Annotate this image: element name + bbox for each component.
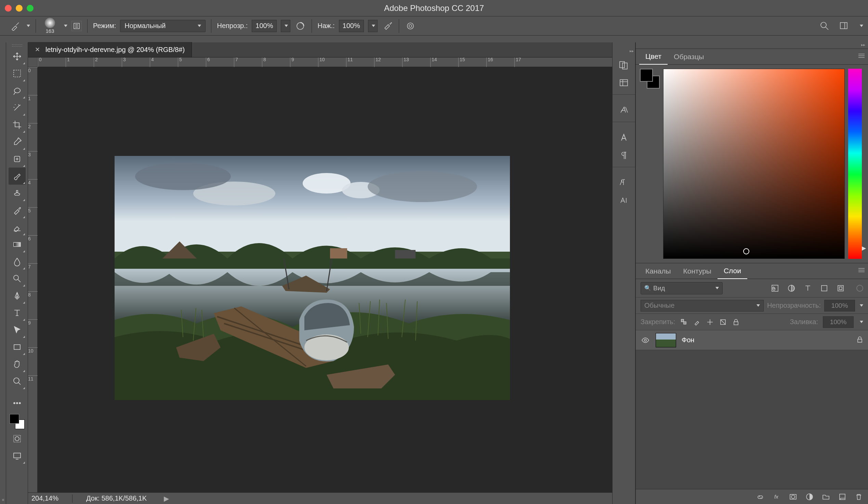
filter-pixel-icon[interactable]: [770, 283, 780, 293]
layer-blend-mode-select[interactable]: Обычные: [641, 300, 764, 312]
history-brush-tool[interactable]: [9, 202, 25, 219]
type-tool[interactable]: [9, 304, 25, 322]
visibility-toggle-icon[interactable]: [641, 336, 650, 344]
horizontal-ruler[interactable]: 01234567891011121314151617: [38, 57, 612, 67]
healing-brush-tool[interactable]: [9, 150, 25, 168]
foreground-color-swatch[interactable]: [10, 414, 19, 424]
chevron-down-icon[interactable]: [64, 25, 68, 27]
pressure-size-icon[interactable]: [405, 20, 416, 32]
zoom-level[interactable]: 204,14%: [31, 494, 59, 502]
maximize-window-button[interactable]: [27, 5, 33, 12]
new-layer-icon[interactable]: [838, 492, 847, 501]
layer-name[interactable]: Фон: [682, 336, 694, 344]
filter-shape-icon[interactable]: [819, 283, 829, 293]
move-tool[interactable]: [9, 48, 25, 65]
layer-list[interactable]: Фон: [636, 330, 868, 489]
filter-toggle[interactable]: [856, 285, 863, 292]
clone-stamp-tool[interactable]: [9, 185, 25, 202]
paragraph-panel-icon[interactable]: [616, 147, 632, 164]
lock-pixels-icon[interactable]: [693, 318, 701, 326]
layer-kind-filter[interactable]: 🔍 Вид: [641, 282, 723, 294]
canvas[interactable]: [38, 67, 612, 492]
chevron-down-icon[interactable]: [860, 25, 863, 27]
close-window-button[interactable]: [5, 5, 12, 12]
tab-color[interactable]: Цвет: [639, 49, 668, 65]
pressure-opacity-icon[interactable]: [294, 20, 306, 32]
panel-grip[interactable]: [12, 44, 22, 46]
workspace-switcher[interactable]: [839, 20, 850, 32]
lasso-tool[interactable]: [9, 82, 25, 99]
document-tab[interactable]: ✕ letniy-otdyih-v-derevne.jpg @ 204% (RG…: [28, 42, 192, 57]
collapse-panels-icon[interactable]: ▸▸: [861, 42, 865, 49]
color-swatches[interactable]: [9, 413, 25, 430]
flow-input[interactable]: 100%: [339, 20, 364, 32]
libraries-panel-icon[interactable]: [616, 75, 632, 91]
brush-tool[interactable]: [9, 168, 25, 185]
eraser-tool[interactable]: [9, 219, 25, 236]
flow-dropdown[interactable]: [368, 20, 378, 32]
close-tab-icon[interactable]: ✕: [35, 46, 40, 53]
tab-paths[interactable]: Контуры: [677, 263, 717, 279]
lock-all-icon[interactable]: [732, 318, 740, 326]
dodge-tool[interactable]: [9, 270, 25, 287]
tab-channels[interactable]: Каналы: [639, 263, 677, 279]
layer-item[interactable]: Фон: [636, 330, 868, 350]
delete-layer-icon[interactable]: [854, 492, 863, 501]
hue-slider[interactable]: ▶: [848, 69, 862, 259]
layer-style-icon[interactable]: fx: [772, 492, 781, 501]
airbrush-icon[interactable]: [382, 20, 393, 32]
vertical-ruler[interactable]: 01234567891011: [28, 67, 38, 492]
opacity-input[interactable]: 100%: [252, 20, 277, 32]
opacity-dropdown[interactable]: [281, 20, 290, 32]
color-field[interactable]: [663, 69, 845, 259]
pen-tool[interactable]: [9, 287, 25, 304]
zoom-tool[interactable]: [9, 373, 25, 390]
lock-icon[interactable]: [856, 336, 863, 344]
filter-smartobject-icon[interactable]: [836, 283, 845, 293]
expand-dock-icon[interactable]: ▸▸: [630, 49, 634, 53]
character-styles-panel-icon[interactable]: [616, 175, 632, 191]
panel-menu-icon[interactable]: [858, 54, 865, 58]
blur-tool[interactable]: [9, 253, 25, 270]
hand-tool[interactable]: [9, 356, 25, 373]
lock-artboard-icon[interactable]: [719, 318, 727, 326]
adjustment-layer-icon[interactable]: [805, 492, 814, 501]
layer-opacity-input[interactable]: 100%: [824, 300, 855, 312]
tool-preset-picker[interactable]: [10, 20, 21, 32]
quickmask-button[interactable]: [9, 430, 25, 447]
new-group-icon[interactable]: [822, 492, 830, 501]
character-panel-icon[interactable]: [616, 129, 632, 146]
path-selection-tool[interactable]: [9, 322, 25, 338]
layer-mask-icon[interactable]: [789, 492, 797, 501]
status-disclosure-icon[interactable]: ▶: [164, 494, 169, 503]
glyphs-panel-icon[interactable]: [616, 102, 632, 118]
crop-tool[interactable]: [9, 116, 25, 133]
brush-preview[interactable]: 163: [41, 18, 59, 34]
paragraph-styles-panel-icon[interactable]: [616, 192, 632, 209]
color-panel-swatches[interactable]: [640, 69, 660, 88]
gradient-tool[interactable]: [9, 236, 25, 253]
marquee-tool[interactable]: [9, 65, 25, 82]
magic-wand-tool[interactable]: [9, 99, 25, 116]
lock-transparency-icon[interactable]: [680, 318, 688, 326]
layer-fill-input[interactable]: 100%: [823, 316, 854, 328]
layer-thumbnail[interactable]: [655, 333, 676, 347]
history-panel-icon[interactable]: [616, 57, 632, 73]
search-icon[interactable]: [819, 20, 830, 32]
filter-adjustment-icon[interactable]: [787, 283, 796, 293]
minimize-window-button[interactable]: [16, 5, 23, 12]
panel-menu-icon[interactable]: [858, 268, 865, 272]
left-dock-strip[interactable]: [0, 42, 6, 504]
rectangle-tool[interactable]: [9, 338, 25, 356]
blend-mode-select[interactable]: Нормальный: [120, 20, 206, 32]
chevron-down-icon[interactable]: [27, 25, 30, 27]
filter-type-icon[interactable]: [803, 283, 813, 293]
eyedropper-tool[interactable]: [9, 133, 25, 150]
tab-layers[interactable]: Слои: [717, 263, 747, 279]
tab-swatches[interactable]: Образцы: [668, 49, 710, 65]
link-layers-icon[interactable]: [756, 492, 765, 501]
edit-toolbar-button[interactable]: [9, 395, 25, 412]
brush-panel-toggle[interactable]: [72, 21, 82, 31]
lock-position-icon[interactable]: [706, 318, 714, 326]
screen-mode-button[interactable]: [9, 447, 25, 464]
